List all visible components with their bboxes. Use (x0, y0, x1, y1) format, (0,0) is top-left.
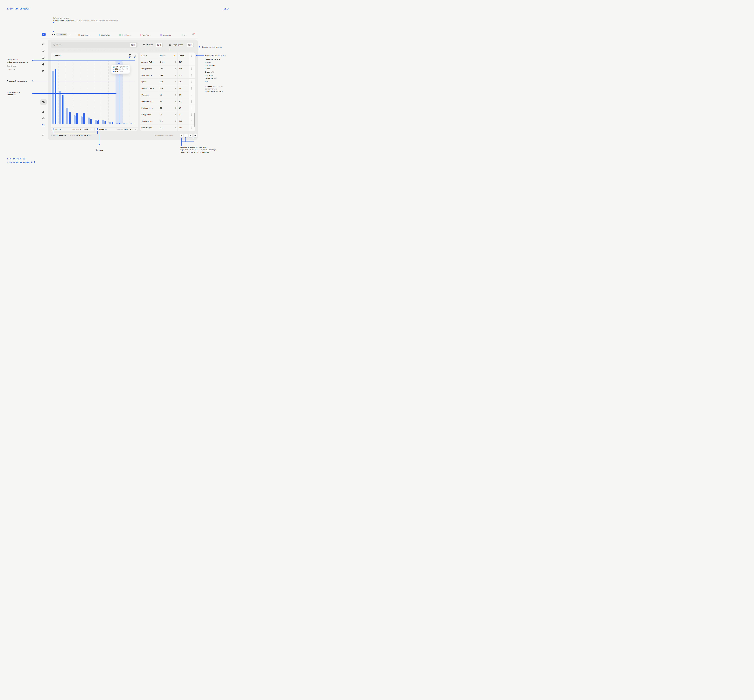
bar-reach[interactable] (95, 120, 97, 124)
document-icon[interactable] (42, 70, 45, 73)
annotation-line (53, 131, 53, 134)
bar-transitions[interactable] (69, 112, 70, 124)
table-row[interactable]: Дизайн-культ...0.8K0.02 (140, 118, 195, 125)
filter-icon[interactable] (143, 44, 145, 46)
table-settings-icon[interactable] (191, 55, 192, 57)
bar-reach[interactable] (123, 123, 125, 124)
calendar-icon[interactable] (42, 56, 45, 59)
chevron-right-icon[interactable]: › (186, 34, 187, 36)
open-channel-icon[interactable] (126, 68, 128, 70)
legend-label[interactable]: Переходы (99, 128, 107, 130)
user-icon[interactable] (42, 110, 45, 113)
row-menu-icon[interactable] (191, 127, 192, 129)
campaign-chip[interactable]: Курсы ;$$$ (161, 34, 171, 36)
bar-reach[interactable] (52, 71, 54, 124)
campaign-chip-partial[interactable]: Y › (181, 34, 187, 36)
column-header-reach[interactable]: Охват (160, 53, 165, 59)
bar-reach[interactable] (102, 120, 104, 124)
annotation-line (194, 138, 194, 142)
row-menu-icon[interactable] (191, 94, 192, 96)
bar-transitions[interactable] (133, 124, 135, 124)
table-nav-key[interactable]: ↓ (184, 134, 188, 137)
table-row[interactable]: kyrillic204K6.9 (140, 78, 195, 85)
legend-dot-transitions[interactable] (97, 128, 98, 130)
bar-reach[interactable] (109, 122, 111, 124)
row-menu-icon[interactable] (191, 67, 192, 70)
bar-reach[interactable] (130, 123, 133, 124)
table-row[interactable]: I'm CEO, beach159K5.4 (140, 85, 195, 92)
card-icon[interactable] (42, 49, 45, 52)
bar-transitions[interactable] (91, 119, 92, 124)
bar-transitions[interactable] (97, 120, 99, 124)
table-nav-key[interactable]: ← (189, 134, 192, 137)
bar-transitions[interactable] (62, 95, 64, 124)
annotation-arrow (134, 57, 136, 58)
table-row[interactable]: Артемий Леб...1 266K41.7 (140, 59, 195, 65)
bar-reach[interactable] (59, 91, 61, 124)
row-menu-icon[interactable] (191, 87, 192, 90)
pin-icon[interactable] (173, 54, 176, 57)
table-row[interactable]: Боги маркети...342K11.6 (140, 72, 195, 79)
column-header-reach-pct[interactable]: Охват (179, 53, 184, 59)
settings-gear-icon[interactable] (42, 117, 45, 120)
campaign-chip[interactable]: Там-Сям... (140, 34, 150, 36)
chat-icon[interactable] (42, 124, 45, 127)
row-menu-icon[interactable] (191, 74, 192, 77)
collapse-sidebar-icon[interactable] (42, 133, 45, 136)
table-row[interactable]: Разбогатей и...52K1.7 (140, 105, 195, 111)
table-row[interactable]: Молянов78K2.6 (140, 92, 195, 98)
cell-reach-percent: 11.6 (179, 74, 182, 76)
sort-button[interactable]: Сортировка (173, 44, 183, 46)
filter-button[interactable]: Фильтр (147, 44, 153, 46)
row-menu-icon[interactable] (191, 113, 192, 116)
row-menu-icon[interactable] (191, 61, 192, 63)
campaign-chip-label: Мой ДиПро (101, 34, 110, 36)
tooltip-series-dot (113, 71, 114, 72)
table-row[interactable]: Web Design I...0.5K0.01 (140, 124, 195, 131)
tooltip-unit: % (122, 68, 123, 70)
cell-channel-name: Дизайн-культ... (142, 120, 153, 122)
tooltip-title: Дизайн-культурист (113, 66, 128, 68)
table-nav-key[interactable]: → (193, 134, 197, 137)
bar-transitions[interactable] (105, 121, 106, 124)
campaign-chip[interactable]: Мой Теле... (78, 34, 90, 36)
table-scrollbar[interactable] (194, 113, 195, 127)
bar-reach[interactable] (81, 116, 83, 124)
bar-reach[interactable] (66, 108, 68, 124)
bar-reach[interactable] (73, 116, 75, 124)
bar-transitions[interactable] (126, 123, 128, 124)
search-input[interactable] (51, 42, 138, 48)
row-menu-icon[interactable] (191, 100, 192, 103)
bar-transitions[interactable] (76, 113, 78, 124)
compass-icon[interactable] (42, 42, 45, 45)
notifications-bell-icon[interactable] (192, 33, 195, 36)
wallet-icon[interactable] (42, 101, 45, 104)
row-menu-icon[interactable] (191, 120, 192, 122)
row-menu-icon[interactable] (191, 107, 192, 109)
legend-range-label: Диапазон: (72, 128, 80, 130)
cell-unit: K (175, 88, 176, 89)
row-menu-icon[interactable] (191, 81, 192, 83)
bar-transitions[interactable] (112, 122, 113, 124)
bar-transitions[interactable] (83, 113, 85, 124)
cell-reach-value: 0.5 (160, 127, 162, 129)
cell-reach-value: 69 (160, 101, 162, 102)
disc-icon[interactable] (42, 63, 45, 66)
table-nav-key[interactable]: ↑ (180, 134, 183, 137)
bar-reach[interactable] (116, 123, 118, 124)
table-row[interactable]: Влад Савин23K0.7 (140, 111, 195, 118)
legend-label[interactable]: Охваты (56, 128, 61, 130)
table-row[interactable]: Первый Прод...69K2.3 (140, 98, 195, 105)
campaign-chip-label: Мой Теле... (81, 34, 90, 36)
cell-reach-value: 1 266 (160, 61, 164, 63)
column-header-channel[interactable]: Канал (142, 53, 147, 59)
bar-reach[interactable] (88, 117, 90, 124)
annotation-table-settings-title: Настройки таблицы [2] (205, 55, 226, 57)
campaign-chip[interactable]: Мой ДиПро (99, 34, 110, 36)
table-row[interactable]: Designdealer781K26.6 (140, 65, 195, 72)
bar-transitions[interactable] (55, 69, 56, 124)
campaign-chip[interactable]: Туда-Сюд... (119, 34, 131, 36)
sort-icon[interactable] (169, 44, 172, 46)
legend-dot-reach[interactable] (53, 128, 55, 130)
annotation-arrow (193, 137, 195, 138)
